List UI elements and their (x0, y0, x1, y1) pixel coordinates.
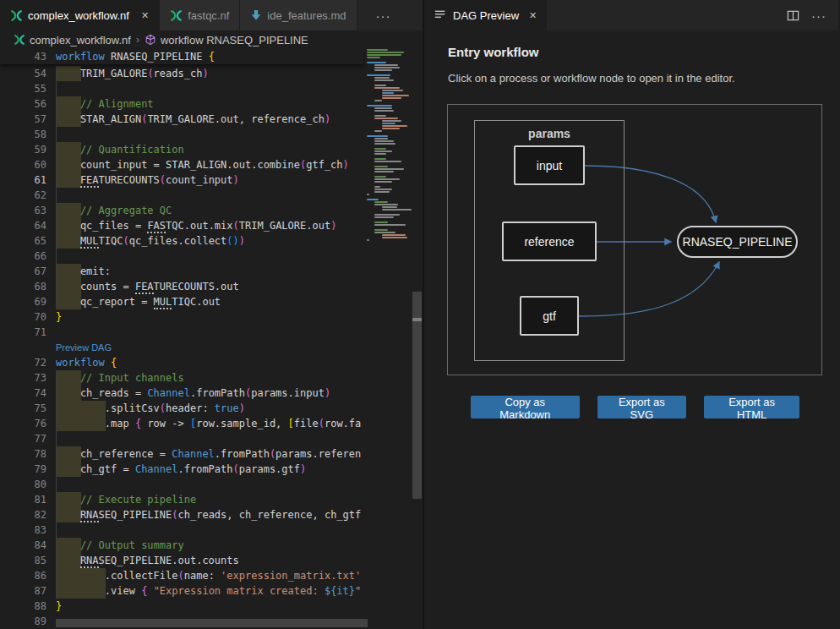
line-content: // Aggregate QC (56, 203, 363, 218)
line-number: 64 (0, 218, 56, 233)
minimap-line (374, 176, 386, 178)
line-content: // Output summary (56, 538, 363, 553)
code-line: 54TRIM_GALORE(reads_ch) (0, 66, 363, 81)
line-number: 86 (0, 568, 56, 583)
minimap-line (374, 201, 388, 203)
minimap-line (374, 67, 400, 68)
indent-guide (56, 249, 57, 264)
codelens-row: Preview DAG (0, 340, 363, 355)
symbol-cube-icon (145, 34, 156, 46)
minimap-line (382, 206, 397, 208)
code-line: 68counts = FEATURECOUNTS.out (0, 279, 363, 294)
dag-node-input[interactable]: input (514, 145, 585, 185)
line-content: emit: (56, 264, 363, 279)
vertical-scrollbar-thumb[interactable] (412, 292, 422, 499)
tab-fastqc[interactable]: fastqc.nf (160, 0, 240, 30)
minimap-line (374, 166, 388, 167)
minimap-line (374, 79, 394, 81)
line-content (56, 431, 363, 446)
line-content: // Quantification (56, 142, 363, 157)
minimap-line (382, 120, 401, 122)
line-content: } (56, 309, 363, 325)
line-content: RNASEQ_PIPELINE.out.counts (56, 553, 363, 568)
vertical-scrollbar[interactable] (412, 49, 423, 629)
line-number: 71 (0, 325, 56, 340)
copy-as-markdown-button[interactable]: Copy as Markdown (471, 396, 580, 418)
code-line: 69qc_report = MULTIQC.out (0, 294, 363, 309)
dag-node-gtf[interactable]: gtf (520, 296, 579, 336)
tab-ide-features[interactable]: ide_features.md (240, 0, 357, 30)
tab-dag-preview[interactable]: DAG Preview ✕ (424, 0, 547, 30)
codelens-preview-dag-link[interactable]: Preview DAG (56, 342, 112, 353)
code-line: 57STAR_ALIGN(TRIM_GALORE.out, reference_… (0, 112, 363, 127)
split-editor-icon[interactable] (787, 9, 799, 22)
tab-complex-workflow[interactable]: complex_workflow.nf ✕ (0, 0, 160, 30)
breadcrumb-file[interactable]: complex_workflow.nf (30, 34, 131, 46)
code-line: 88} (0, 599, 363, 614)
code-line: 62 (0, 188, 363, 203)
minimap-line (367, 135, 388, 137)
minimap-line (374, 161, 401, 162)
line-number: 80 (0, 477, 56, 492)
export-as-svg-button[interactable]: Export as SVG (597, 396, 687, 418)
minimap-line (382, 237, 407, 238)
close-icon[interactable]: ✕ (141, 10, 149, 21)
code-line: 55 (0, 81, 363, 96)
minimap-line (367, 74, 390, 76)
code-line: 83 (0, 522, 363, 538)
horizontal-scrollbar[interactable] (0, 619, 423, 628)
line-content: .view { "Expression matrix created: ${it… (56, 583, 363, 599)
code-line: 58 (0, 127, 363, 142)
code-line: 72workflow { (0, 355, 363, 370)
line-content: MULTIQC(qc_files.collect()) (56, 233, 363, 249)
minimap-line (367, 62, 386, 63)
nextflow-icon (10, 9, 23, 22)
line-content: .collectFile(name: 'expression_matrix.tx… (56, 568, 363, 583)
close-icon[interactable]: ✕ (529, 10, 537, 21)
overview-cursor-mark (412, 318, 422, 321)
dag-node-rnaseq-pipeline[interactable]: RNASEQ_PIPELINE (677, 226, 798, 258)
minimap-line (374, 232, 395, 233)
code-line: 61FEATURECOUNTS(count_input) (0, 172, 363, 188)
line-content: STAR_ALIGN(TRIM_GALORE.out, reference_ch… (56, 112, 363, 127)
line-number: 88 (0, 599, 56, 614)
minimap-line (382, 125, 407, 127)
minimap-line (374, 85, 386, 86)
line-content: .map { row -> [row.sample_id, [file(row.… (56, 416, 363, 431)
line-number: 70 (0, 309, 56, 325)
minimap-line (374, 130, 382, 132)
line-number: 58 (0, 127, 56, 142)
line-content: // Alignment (56, 96, 363, 112)
code-line: 56// Alignment (0, 96, 363, 112)
line-number: 61 (0, 172, 56, 188)
breadcrumb-symbol[interactable]: workflow RNASEQ_PIPELINE (161, 34, 308, 46)
minimap-line (382, 128, 400, 129)
panel-content: Entry workflow Click on a process or wor… (424, 30, 838, 418)
minimap[interactable] (363, 49, 412, 629)
code-line: 82RNASEQ_PIPELINE(ch_reads, ch_reference… (0, 507, 363, 522)
line-content: RNASEQ_PIPELINE(ch_reads, ch_reference, … (56, 507, 363, 522)
horizontal-scrollbar-thumb[interactable] (56, 619, 368, 627)
line-number: 83 (0, 522, 56, 538)
minimap-line (367, 105, 392, 107)
code-line: 73// Input channels (0, 370, 363, 386)
more-actions-ellipsis-icon[interactable]: ··· (811, 8, 826, 23)
minimap-line (374, 87, 400, 89)
minimap-line (374, 118, 398, 119)
sticky-scroll-line[interactable]: 43workflow RNASEQ_PIPELINE { (0, 49, 363, 64)
line-number: 55 (0, 81, 56, 96)
line-content: qc_report = MULTIQC.out (56, 294, 363, 309)
tab-overflow-ellipsis-icon[interactable]: ··· (376, 0, 391, 30)
code-line: 70} (0, 309, 363, 325)
tab-label: fastqc.nf (188, 9, 229, 22)
export-as-html-button[interactable]: Export as HTML (704, 396, 799, 418)
dag-node-reference[interactable]: reference (502, 222, 597, 261)
minimap-line (374, 171, 394, 172)
panel-tab-bar: DAG Preview ✕ ··· (424, 0, 838, 30)
code-lines: 54TRIM_GALORE(reads_ch)5556// Alignment5… (0, 66, 363, 629)
indent-guide (56, 477, 57, 492)
code-editor[interactable]: 43workflow RNASEQ_PIPELINE { 54TRIM_GALO… (0, 49, 423, 629)
line-content: workflow { (56, 355, 363, 370)
line-content: // Input channels (56, 370, 363, 386)
code-line: 78ch_reference = Channel.fromPath(params… (0, 446, 363, 462)
